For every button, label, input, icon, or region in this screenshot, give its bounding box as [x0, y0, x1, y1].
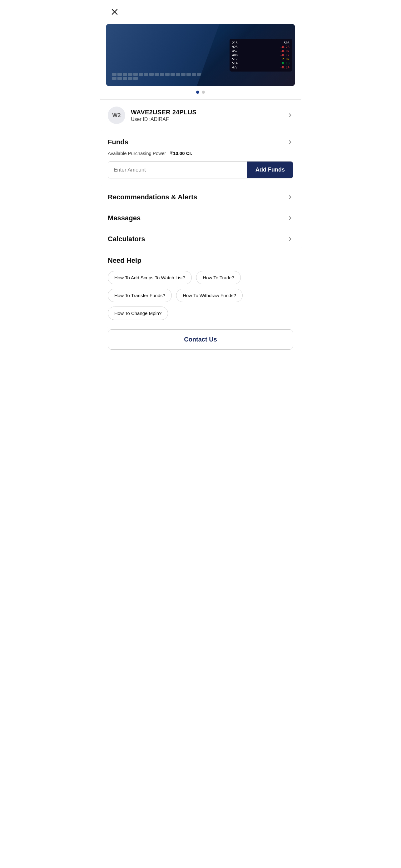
messages-title: Messages — [108, 214, 140, 222]
funds-chevron-icon — [287, 139, 293, 145]
available-purchasing-power: Available Purchasing Power : ₹10.00 Cr. — [108, 151, 293, 156]
need-help-section: Need Help How To Add Scrips To Watch Lis… — [100, 249, 301, 326]
help-btn-add-scrips[interactable]: How To Add Scrips To Watch List? — [108, 271, 192, 284]
help-btn-transfer-funds[interactable]: How To Transfer Funds? — [108, 289, 172, 302]
recommendations-chevron-icon — [287, 194, 293, 200]
recommendations-row[interactable]: Recommendations & Alerts — [100, 186, 301, 207]
profile-name: WAVE2USER 24PLUS — [131, 109, 281, 116]
calculators-chevron-icon — [287, 236, 293, 242]
calculators-row[interactable]: Calculators — [100, 228, 301, 249]
help-btn-trade[interactable]: How To Trade? — [196, 271, 241, 284]
messages-row[interactable]: Messages — [100, 207, 301, 228]
carousel-dot-1[interactable] — [196, 91, 199, 94]
help-btn-change-mpin[interactable]: How To Change Mpin? — [108, 307, 168, 320]
header — [100, 0, 301, 24]
need-help-title: Need Help — [108, 256, 293, 265]
add-funds-row: Add Funds — [108, 161, 293, 178]
hero-banner: 215505 925-0.26 457-0.07 408-0.17 5172.0… — [106, 24, 295, 86]
profile-chevron-icon — [287, 112, 293, 118]
carousel-dot-2[interactable] — [202, 91, 205, 94]
contact-title: Contact Us — [184, 336, 217, 343]
close-button[interactable] — [109, 6, 120, 18]
profile-info: WAVE2USER 24PLUS User ID :ADIRAF — [131, 109, 281, 122]
funds-section: Funds Available Purchasing Power : ₹10.0… — [100, 131, 301, 186]
contact-section[interactable]: Contact Us — [108, 329, 293, 350]
add-funds-button[interactable]: Add Funds — [247, 161, 293, 178]
available-amount: 10.00 Cr. — [173, 151, 192, 156]
recommendations-title: Recommendations & Alerts — [108, 193, 197, 201]
hero-overlay: 215505 925-0.26 457-0.07 408-0.17 5172.0… — [106, 24, 295, 86]
avatar: W2 — [108, 106, 125, 124]
messages-chevron-icon — [287, 215, 293, 221]
profile-userid: User ID :ADIRAF — [131, 117, 281, 122]
help-btn-withdraw-funds[interactable]: How To Withdraw Funds? — [176, 289, 243, 302]
amount-input[interactable] — [108, 161, 247, 178]
profile-row[interactable]: W2 WAVE2USER 24PLUS User ID :ADIRAF — [100, 100, 301, 131]
help-buttons-grid: How To Add Scrips To Watch List? How To … — [108, 271, 293, 320]
carousel-pagination — [100, 91, 301, 94]
close-icon — [111, 8, 119, 16]
funds-title-row: Funds — [108, 138, 293, 146]
calculators-title: Calculators — [108, 235, 145, 243]
funds-title: Funds — [108, 138, 128, 146]
stock-screen: 215505 925-0.26 457-0.07 408-0.17 5172.0… — [230, 39, 292, 71]
